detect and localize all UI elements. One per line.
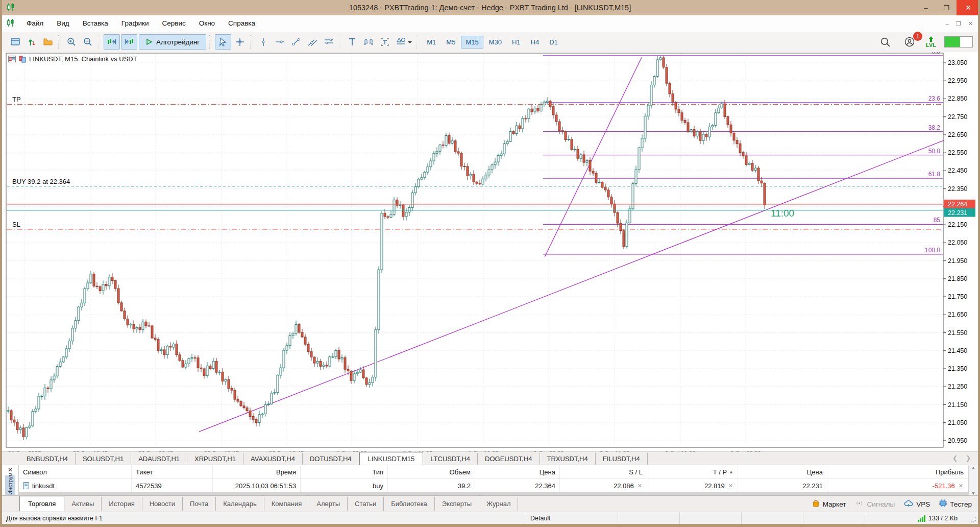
one-click-trading-icon[interactable] [19, 56, 26, 63]
timeframe-H1[interactable]: H1 [507, 36, 525, 49]
toolbox-tab-Статьи[interactable]: Статьи [348, 497, 384, 511]
levels-icon[interactable]: LVL [926, 36, 936, 47]
toolbox-tab-Активы[interactable]: Активы [64, 497, 102, 511]
column-header-5[interactable]: Цена [475, 465, 560, 478]
zoom-in-icon[interactable] [64, 35, 79, 49]
close-value-icon[interactable]: ✕ [728, 482, 733, 490]
menu-item-Окно[interactable]: Окно [192, 19, 222, 27]
column-header-8[interactable]: Цена [738, 465, 827, 478]
notifications-icon[interactable]: 1 [902, 35, 917, 49]
toolbox-scrollbar[interactable]: ▲ ▼ [968, 465, 978, 496]
status-profile[interactable]: Default [526, 512, 618, 524]
symbol-tab-xrpusdt[interactable]: XRPUSDT,H1 [187, 453, 243, 465]
menu-item-Вставка[interactable]: Вставка [76, 19, 115, 27]
close-value-icon[interactable]: ✕ [637, 482, 643, 490]
search-icon[interactable] [877, 35, 893, 49]
timeframe-M30[interactable]: M30 [484, 36, 506, 49]
menu-item-Справка[interactable]: Справка [222, 19, 262, 27]
symbol-tab-avaxusdt[interactable]: AVAXUSDT,H4 [243, 453, 303, 465]
symbol-tab-filusdt[interactable]: FILUSDT,H4 [596, 453, 648, 465]
tabs-scroll-right-icon[interactable]: ❯ [966, 454, 971, 462]
crosshair-icon[interactable] [232, 35, 248, 49]
trendline-icon[interactable] [288, 35, 304, 49]
column-header-1[interactable]: Тикет [132, 465, 213, 478]
position-cell-5[interactable]: 22.364 [475, 479, 560, 492]
toolbox-tab-Новости[interactable]: Новости [142, 497, 183, 511]
service-signals[interactable]: Сигналы [855, 500, 895, 508]
service-market[interactable]: Маркет [812, 499, 846, 509]
timeframe-D1[interactable]: D1 [545, 36, 562, 49]
candlestick-chart[interactable]: 23.05022.95022.85022.75022.65022.55022.4… [2, 52, 978, 451]
toolbox-close-button[interactable]: ✕ [2, 465, 18, 473]
close-value-icon[interactable]: ✕ [958, 482, 964, 490]
symbol-tab-solusdt[interactable]: SOLUSDT,H1 [76, 453, 131, 465]
menu-item-Вид[interactable]: Вид [50, 19, 76, 27]
toolbox-tab-История[interactable]: История [102, 497, 142, 511]
toolbox-tab-Торговля[interactable]: Торговля [19, 496, 64, 511]
chart-close-button[interactable]: ✕ [968, 20, 973, 27]
position-cell-2[interactable]: 2025.10.03 06:51:53 [213, 479, 301, 492]
symbol-tab-linkusdt[interactable]: LINKUSDT,M15 [359, 452, 424, 465]
symbol-tab-dogeusdt[interactable]: DOGEUSDT,H4 [478, 453, 540, 465]
position-cell-3[interactable]: buy [301, 479, 388, 492]
cursor-icon[interactable] [215, 34, 231, 50]
text-icon[interactable] [345, 35, 360, 49]
column-header-4[interactable]: Объем [388, 465, 475, 478]
timeframe-M1[interactable]: M1 [422, 36, 440, 49]
text-label-icon[interactable] [377, 35, 393, 49]
chart-minimize-button[interactable]: – [946, 20, 949, 27]
title-bar[interactable]: 1053248 - PXBTTrading-1: Демо-счет - Hed… [0, 0, 980, 16]
toolbox-tab-Календарь[interactable]: Календарь [216, 497, 264, 511]
symbol-tab-trxusdt[interactable]: TRXUSDT,H4 [540, 453, 596, 465]
column-header-9[interactable]: Прибыль [827, 465, 968, 478]
close-button[interactable]: ✕ [957, 0, 980, 15]
position-cell-1[interactable]: 4572539 [132, 479, 213, 492]
objects-dropdown-icon[interactable] [394, 35, 414, 49]
scroll-up-icon[interactable]: ▲ [971, 465, 976, 470]
timeframe-M15[interactable]: M15 [461, 36, 483, 49]
symbol-tab-ltcusdt[interactable]: LTCUSDT,H4 [423, 453, 478, 465]
toolbox-tab-Компания[interactable]: Компания [264, 497, 310, 511]
data-folder-icon[interactable] [40, 35, 56, 49]
position-cell-9[interactable]: -521.36✕ [827, 479, 968, 492]
parallel-lines-icon[interactable] [321, 35, 336, 49]
zoom-out-icon[interactable] [80, 35, 95, 49]
toolbox-tab-Библиотека[interactable]: Библиотека [384, 497, 435, 511]
position-row[interactable]: linkusdt45725392025.10.03 06:51:53buy39.… [19, 479, 968, 493]
menu-item-Графики[interactable]: Графики [115, 19, 156, 27]
column-header-2[interactable]: Время [213, 465, 301, 478]
timeframe-M5[interactable]: M5 [442, 36, 460, 49]
symbol-tab-bnbusdt[interactable]: BNBUSDT,H4 [19, 453, 76, 465]
maximize-button[interactable]: ❐ [936, 0, 957, 15]
symbol-tab-adausdt[interactable]: ADAUSDT,H1 [131, 453, 187, 465]
equidistant-channel-icon[interactable] [305, 35, 320, 49]
position-cell-8[interactable]: 22.231 [738, 479, 827, 492]
timeframe-H4[interactable]: H4 [526, 36, 544, 49]
column-header-6[interactable]: S / L [560, 465, 647, 478]
shift-chart-back-icon[interactable] [121, 34, 137, 50]
resize-grip[interactable] [970, 516, 977, 523]
profiles-icon[interactable] [24, 35, 39, 49]
toolbox-tab-Алерты[interactable]: Алерты [309, 497, 348, 511]
position-cell-4[interactable]: 39.2 [388, 479, 475, 492]
minimize-button[interactable]: – [916, 0, 936, 15]
algo-trading-button[interactable]: Алготрейдинг [139, 34, 206, 50]
menu-item-Файл[interactable]: Файл [20, 19, 50, 27]
shapes-icon[interactable] [361, 35, 376, 49]
column-header-7[interactable]: T / P ▲ [647, 465, 738, 478]
position-cell-7[interactable]: 22.819✕ [647, 479, 738, 492]
menu-item-Сервис[interactable]: Сервис [156, 19, 192, 27]
chart-area[interactable]: 23.05022.95022.85022.75022.65022.55022.4… [2, 52, 978, 451]
toolbox-tab-Эксперты[interactable]: Эксперты [435, 497, 479, 511]
column-header-0[interactable]: Символ [19, 465, 132, 478]
column-header-3[interactable]: Тип [301, 465, 388, 478]
toolbox-tab-Журнал[interactable]: Журнал [479, 497, 518, 511]
position-cell-0[interactable]: linkusdt [19, 479, 132, 492]
vertical-line-icon[interactable] [256, 35, 271, 49]
new-chart-icon[interactable] [8, 35, 23, 49]
chart-restore-button[interactable]: ❐ [956, 20, 961, 27]
shift-chart-end-icon[interactable] [104, 34, 120, 50]
horizontal-line-icon[interactable] [272, 35, 287, 49]
symbol-tab-dotusdt[interactable]: DOTUSDT,H4 [303, 453, 359, 465]
tabs-scroll-left-icon[interactable]: ❮ [952, 454, 958, 462]
